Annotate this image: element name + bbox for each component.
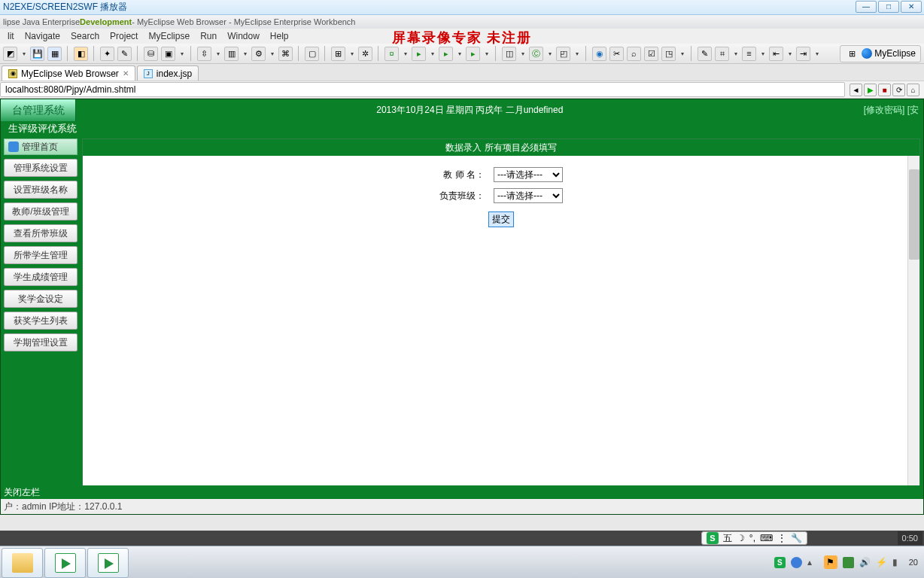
tray-up-icon[interactable]: ▴ — [807, 557, 819, 568]
wrench-icon[interactable]: 🔧 — [791, 533, 802, 543]
close-left-bar[interactable]: 关闭左栏 — [1, 485, 923, 499]
sort-icon[interactable]: ≡ — [742, 47, 756, 61]
task-recorder2[interactable] — [87, 548, 129, 578]
task-recorder1[interactable] — [44, 548, 86, 578]
runext-icon[interactable]: ▸ — [439, 47, 453, 61]
tab-indexjsp[interactable]: J index.jsp — [137, 65, 199, 81]
save-icon[interactable]: 💾 — [30, 47, 44, 61]
go-icon[interactable]: ▶ — [864, 84, 877, 96]
stop-icon[interactable]: ■ — [878, 84, 891, 96]
newpkg-icon[interactable]: ◫ — [502, 47, 516, 61]
perspective-switcher[interactable]: ⊞ MyEclipse — [840, 45, 921, 62]
submit-button[interactable]: 提交 — [488, 211, 514, 227]
menu-search[interactable]: Search — [66, 29, 104, 43]
menu-window[interactable]: Window — [223, 29, 264, 43]
system-tray: S ▴ ⚑ 🔊 ⚡ ▮ 20 — [774, 546, 924, 578]
sidebar-item-students[interactable]: 所带学生管理 — [4, 246, 78, 264]
menu-help[interactable]: Help — [266, 29, 293, 43]
grid-icon[interactable]: ⊞ — [331, 47, 345, 61]
menu-project[interactable]: Project — [105, 29, 142, 43]
db-icon[interactable]: ⛁ — [144, 47, 158, 61]
url-input[interactable] — [0, 82, 845, 97]
image-icon[interactable]: ▣ — [161, 47, 175, 61]
newfolder-icon[interactable]: ◰ — [556, 47, 570, 61]
tray-time[interactable]: 20 — [909, 558, 918, 567]
sidebar-item-grades[interactable]: 学生成绩管理 — [4, 268, 78, 286]
gear2-icon[interactable]: ✲ — [358, 47, 372, 61]
tab-web-browser[interactable]: ◉ MyEclipse Web Browser ✕ — [2, 65, 135, 81]
tray-wifi-icon[interactable]: ▮ — [892, 557, 904, 568]
run-icon[interactable]: ▸ — [412, 47, 426, 61]
menu-navigate[interactable]: Navigate — [20, 29, 65, 43]
tools-icon[interactable]: ✂ — [609, 47, 624, 61]
punct-icon[interactable]: °, — [749, 533, 755, 543]
menu-myeclipse[interactable]: MyEclipse — [144, 29, 194, 43]
sidebar: 管理首页 管理系统设置 设置班级名称 教师/班级管理 查看所带班级 所带学生管理… — [4, 138, 78, 351]
tray-flag-icon[interactable]: ⚑ — [824, 555, 837, 569]
tray-help-icon[interactable] — [791, 557, 802, 568]
perspective-label: MyEclipse — [874, 48, 916, 59]
filter-icon[interactable]: ⌗ — [715, 47, 729, 61]
pin-icon[interactable]: ✎ — [698, 47, 712, 61]
maximize-button[interactable]: □ — [878, 1, 899, 13]
profile-icon[interactable]: ▸ — [466, 47, 480, 61]
tray-net-icon[interactable] — [843, 557, 854, 568]
task-icon[interactable]: ☑ — [644, 47, 658, 61]
scrollbar-thumb[interactable] — [909, 169, 919, 260]
tray-power-icon[interactable]: ⚡ — [876, 557, 887, 568]
close-icon[interactable]: ✕ — [123, 69, 129, 78]
myeclipse-icon — [862, 48, 872, 59]
server-icon[interactable]: ▥ — [224, 47, 239, 61]
tray-sogou-icon[interactable]: S — [774, 557, 786, 568]
sidebar-head[interactable]: 管理首页 — [4, 138, 78, 155]
menu-run[interactable]: Run — [196, 29, 221, 43]
sidebar-item-system[interactable]: 管理系统设置 — [4, 159, 78, 177]
ime-toolbar[interactable]: S 五 ☽ °, ⌨ ⋮ 🔧 — [701, 531, 807, 545]
close-button[interactable]: ✕ — [901, 1, 922, 13]
scrollbar[interactable] — [907, 156, 919, 495]
back-icon[interactable]: ◄ — [850, 84, 862, 96]
sidebar-item-classname[interactable]: 设置班级名称 — [4, 181, 78, 199]
folder-icon — [12, 553, 33, 573]
cog-icon[interactable]: ⚙ — [251, 47, 266, 61]
window-icon[interactable]: ▢ — [305, 47, 319, 61]
sidebar-item-teacher[interactable]: 教师/班级管理 — [4, 202, 78, 221]
menu-edit[interactable]: lit — [3, 29, 19, 43]
wand-icon[interactable]: ✦ — [100, 47, 114, 61]
logout-link[interactable]: [安 — [907, 105, 919, 115]
sidebar-item-awarded[interactable]: 获奖学生列表 — [4, 312, 78, 330]
bug-icon[interactable]: ¤ — [384, 47, 399, 61]
deploy-icon[interactable]: ⇳ — [197, 47, 211, 61]
change-password-link[interactable]: [修改密码] — [864, 105, 905, 115]
link-icon[interactable]: ⌘ — [278, 47, 293, 61]
collapse-icon[interactable]: ⇤ — [769, 47, 783, 61]
sidebar-item-term[interactable]: 学期管理设置 — [4, 333, 78, 351]
class-select[interactable]: ---请选择--- — [494, 188, 563, 203]
sidebar-item-viewclass[interactable]: 查看所带班级 — [4, 224, 78, 242]
tray-vol-icon[interactable]: 🔊 — [859, 557, 871, 568]
earth-icon[interactable]: ◉ — [592, 47, 606, 61]
menu-icon[interactable]: ⋮ — [777, 533, 786, 543]
sidebar-item-scholarship[interactable]: 奖学金设定 — [4, 290, 78, 308]
menu-bar: lit Navigate Search Project MyEclipse Ru… — [0, 29, 924, 44]
moon-icon[interactable]: ☽ — [737, 533, 745, 543]
teacher-select[interactable]: ---请选择--- — [494, 167, 563, 182]
ime-mode[interactable]: 五 — [723, 532, 732, 545]
refresh-icon[interactable]: ⟳ — [892, 84, 905, 96]
find-icon[interactable]: ⌕ — [627, 47, 641, 61]
box-icon[interactable]: ◳ — [661, 47, 676, 61]
brush-icon[interactable]: ✎ — [117, 47, 132, 61]
home-icon[interactable]: ⌂ — [907, 84, 919, 96]
expand-icon[interactable]: ⇥ — [796, 47, 810, 61]
new-icon[interactable]: ◩ — [3, 47, 17, 61]
minimize-button[interactable]: — — [856, 1, 877, 13]
editor-tabs: ◉ MyEclipse Web Browser ✕ J index.jsp — [0, 64, 924, 81]
chevron-down-icon[interactable]: ▾ — [20, 47, 27, 61]
persp-open-icon[interactable]: ⊞ — [845, 47, 859, 61]
newclass-icon[interactable]: Ⓒ — [529, 47, 543, 61]
sogou-icon[interactable]: S — [707, 532, 719, 544]
package-icon[interactable]: ◧ — [74, 47, 88, 61]
task-explorer[interactable] — [2, 548, 43, 578]
keyboard-icon[interactable]: ⌨ — [760, 533, 773, 543]
saveall-icon[interactable]: ▦ — [47, 47, 62, 61]
